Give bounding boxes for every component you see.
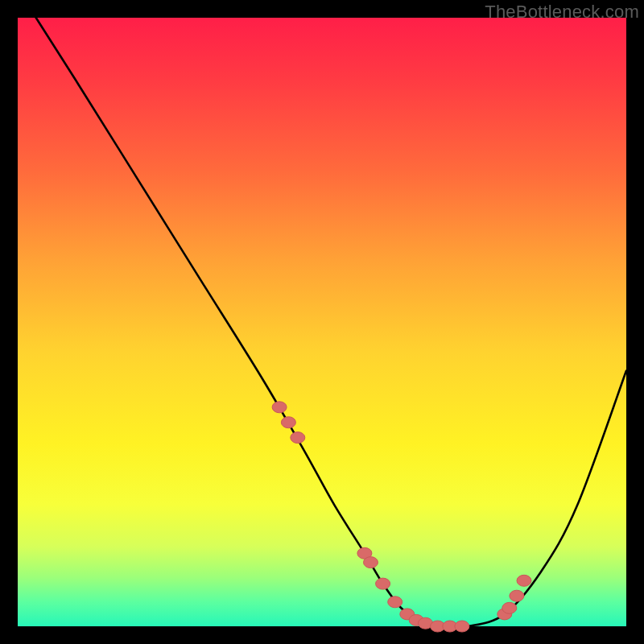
marker-dot [455, 621, 469, 632]
marker-dot [510, 590, 524, 601]
marker-dot [517, 575, 531, 586]
marker-dot [272, 402, 287, 413]
marker-dot [502, 602, 517, 613]
bottleneck-curve [36, 18, 626, 627]
marker-group [272, 402, 531, 632]
curve-svg [18, 18, 626, 626]
marker-dot [291, 432, 305, 444]
marker-dot [388, 597, 402, 608]
plot-gradient-area [18, 18, 626, 626]
marker-dot [376, 578, 390, 589]
marker-dot [281, 417, 295, 428]
marker-dot [364, 557, 378, 568]
chart-stage: TheBottleneck.com [0, 0, 644, 644]
